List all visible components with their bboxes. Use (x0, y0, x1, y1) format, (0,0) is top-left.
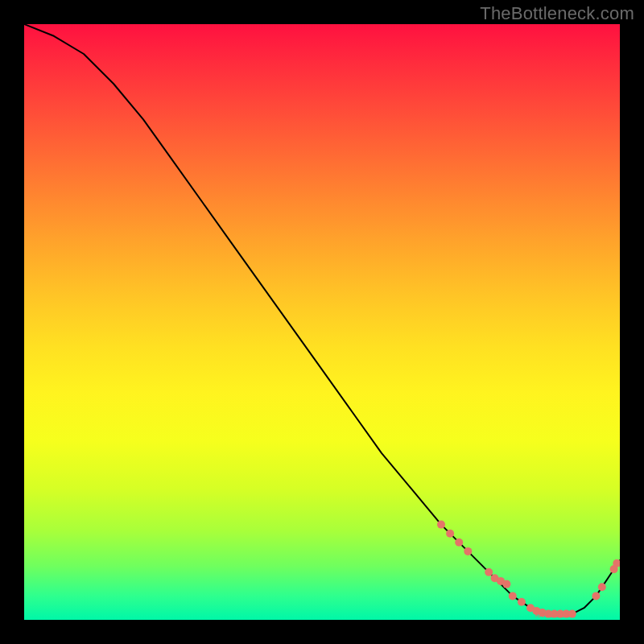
plot-background (24, 24, 620, 620)
watermark-text: TheBottleneck.com (480, 3, 634, 24)
chart-stage: TheBottleneck.com RANGE 1024K (0, 0, 644, 644)
